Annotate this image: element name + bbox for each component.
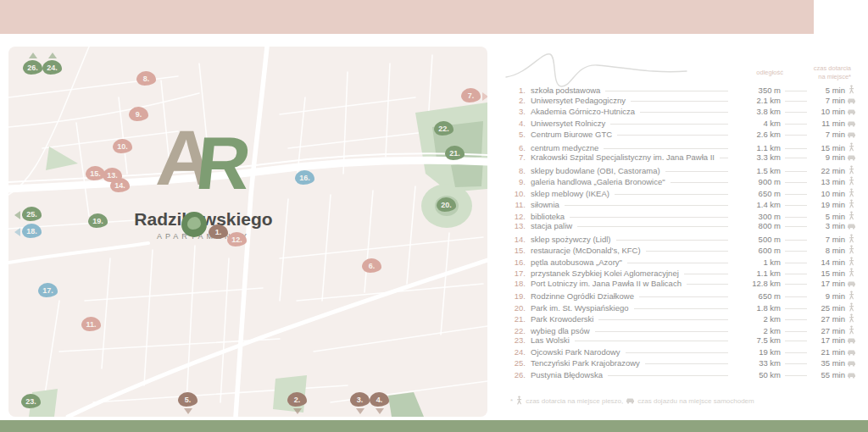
car-icon	[845, 154, 858, 161]
list-item: 21.Park Krowoderski2 km27 min	[509, 313, 858, 324]
leader-line	[615, 194, 728, 195]
list-item: 15.restauracje (McDonald's, KFC)600 m8 m…	[509, 244, 858, 256]
item-name: Uniwersytet Pedagogiczny	[531, 96, 626, 105]
leader-line	[785, 112, 807, 113]
logo-subtitle: APARTAMENTY	[76, 232, 331, 241]
item-time: 25 min	[811, 303, 845, 313]
map-panel: otodom A R Radzikowskiego APARTAMENTY 1.…	[8, 47, 487, 417]
item-number: 20.	[509, 303, 526, 313]
car-icon	[845, 372, 858, 379]
leader-line	[785, 135, 807, 136]
item-time: 10 min	[811, 189, 845, 198]
item-time: 15 min	[811, 269, 845, 278]
map-marker: 19.	[88, 213, 108, 228]
time-column-header: czas dotarcia na miejsce*	[788, 64, 851, 81]
item-distance: 1.1 km	[733, 143, 781, 152]
leader-line	[627, 263, 728, 263]
offmap-arrow-down-icon	[376, 408, 384, 414]
item-time: 9 min	[811, 291, 845, 301]
map-marker: 1.	[209, 224, 228, 239]
item-number: 1.	[509, 86, 526, 95]
item-time: 27 min	[811, 314, 845, 324]
item-time: 14 min	[811, 258, 845, 267]
leader-line	[785, 308, 807, 309]
item-number: 5.	[509, 130, 526, 139]
map-marker: 3.	[350, 392, 370, 407]
list-item: 13.stacja paliw800 m3 min	[509, 221, 858, 233]
leader-line	[626, 352, 728, 353]
list-item: 8.sklepy budowlane (OBI, Castorama)1.5 k…	[509, 164, 858, 176]
map-marker: 6.	[362, 258, 381, 273]
leader-line	[785, 91, 807, 91]
item-name: pętla autobusowa „Azory"	[531, 258, 622, 267]
leader-line	[785, 101, 807, 102]
map-marker: 5.	[178, 392, 198, 407]
item-distance: 3.8 km	[733, 107, 781, 116]
map-marker: 10.	[113, 139, 132, 153]
item-distance: 33 km	[733, 358, 781, 368]
item-number: 10.	[509, 189, 526, 198]
item-number: 17.	[509, 269, 526, 278]
item-distance: 1.1 km	[733, 269, 781, 278]
marker-number: 16.	[299, 174, 310, 182]
list-item: 10.sklep meblowy (IKEA)650 m10 min	[509, 187, 858, 199]
item-number: 11.	[509, 200, 526, 209]
marker-number: 9.	[136, 110, 142, 119]
item-distance: 2.6 km	[733, 130, 781, 139]
item-name: Las Wolski	[531, 335, 570, 345]
item-number: 2.	[509, 96, 526, 105]
item-name: Ojcowski Park Narodowy	[531, 347, 620, 357]
leader-line	[687, 284, 728, 285]
leader-line	[785, 251, 807, 252]
list-item: 2.Uniwersytet Pedagogiczny2.1 km7 min	[509, 96, 858, 108]
item-name: Pustynia Błędowska	[531, 370, 603, 379]
item-number: 14.	[509, 235, 526, 244]
item-number: 16.	[509, 258, 526, 267]
walk-icon	[845, 85, 858, 94]
item-time: 3 min	[811, 221, 845, 230]
item-number: 9.	[509, 177, 526, 186]
leader-line	[785, 124, 807, 125]
car-icon	[845, 337, 858, 344]
leader-line	[639, 296, 728, 297]
leader-line	[785, 240, 807, 241]
leader-line	[640, 112, 728, 113]
car-icon	[845, 223, 858, 230]
list-item: 12.biblioteka300 m5 min	[509, 210, 858, 222]
car-icon	[626, 397, 635, 406]
offmap-arrow-down-icon	[356, 408, 364, 414]
item-time: 55 min	[811, 370, 845, 379]
list-item: 24.Ojcowski Park Narodowy19 km21 min	[509, 347, 858, 359]
item-name: Rodzinne Ogródki Działkowe	[531, 291, 634, 301]
item-name: centrum medyczne	[531, 143, 598, 152]
item-number: 8.	[509, 166, 526, 175]
leader-line	[785, 205, 807, 206]
leader-line	[565, 205, 728, 206]
item-number: 25.	[509, 358, 526, 368]
leader-line	[616, 240, 729, 241]
item-time: 22 min	[811, 166, 845, 175]
leader-line	[610, 124, 728, 125]
map-marker: 17.	[38, 283, 58, 297]
item-time: 13 min	[811, 177, 845, 186]
leader-line	[577, 226, 728, 227]
poi-list-panel: odległość czas dotarcia na miejsce* 1.sz…	[509, 47, 858, 417]
item-distance: 12.8 km	[733, 279, 781, 288]
item-time: 17 min	[811, 335, 845, 345]
leader-line	[605, 91, 728, 91]
item-name: sklep meblowy (IKEA)	[531, 189, 609, 198]
item-distance: 650 m	[733, 291, 781, 301]
leader-line	[785, 171, 807, 172]
item-time: 9 min	[811, 152, 845, 162]
item-name: sklepy budowlane (OBI, Castorama)	[531, 166, 660, 175]
list-item: 9.galeria handlowa „Galeria Bronowice"90…	[509, 175, 858, 187]
leader-line	[575, 341, 728, 341]
marker-number: 17.	[42, 286, 53, 295]
list-item: 5.Centrum Biurowe GTC2.6 km7 min	[509, 130, 858, 141]
item-time: 8 min	[811, 246, 845, 255]
item-distance: 600 m	[733, 246, 781, 255]
item-number: 13.	[509, 221, 526, 230]
marker-number: 19.	[92, 217, 103, 225]
list-item: 1.szkoła podstawowa350 m5 min	[509, 84, 858, 96]
leader-line	[684, 274, 728, 274]
